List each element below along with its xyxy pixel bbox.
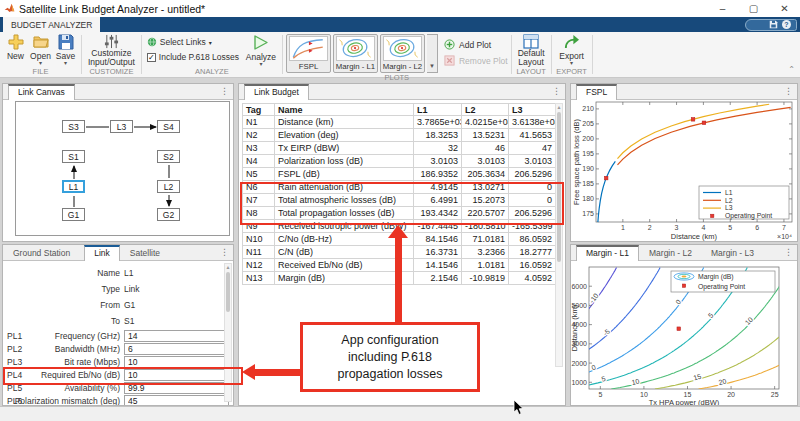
canvas-node-S3[interactable]: S3 [62,120,85,133]
column-header-name[interactable]: Name [275,104,414,116]
group-caption-customize: CUSTOMIZE [85,67,138,77]
include-p618-checkbox-row[interactable]: ✓ Include P.618 Losses [147,52,239,62]
field-input-pl4[interactable] [124,369,229,381]
select-links-button[interactable]: Select Links▾ [147,37,239,47]
field-input-pl5[interactable] [124,382,229,394]
panel-menu-icon[interactable]: ⋮ [220,247,229,257]
cell-value-l3: 47 [509,142,556,155]
table-row-n8[interactable]: N8Total propagation losses (dB)193.43422… [243,207,556,220]
table-row-n5[interactable]: N5FSPL (dB)186.9352205.3634206.5296 [243,168,556,181]
canvas-node-S1[interactable]: S1 [62,150,85,163]
column-header-l1[interactable]: L1 [414,104,462,116]
column-header-l3[interactable]: L3 [509,104,556,116]
collapse-ribbon-icon[interactable]: ⌃ [788,65,795,74]
column-header-l2[interactable]: L2 [462,104,509,116]
select-links-dropdown-arrow[interactable]: ▾ [209,39,212,46]
gallery-fspl-button[interactable]: FSPL [286,34,331,73]
table-row-n7[interactable]: N7Total atmospheric losses (dB)6.499115.… [243,194,556,207]
canvas-node-S2[interactable]: S2 [157,150,180,163]
save-dropdown-arrow[interactable]: ▾ [64,61,67,66]
field-input-pl2[interactable] [124,343,229,355]
cell-name: Received Eb/No (dB) [275,259,414,272]
link-budget-header: Link Budget ⋮ [239,84,565,100]
new-button[interactable]: New [3,34,28,61]
svg-text:200: 200 [582,135,594,142]
cell-value-l2: 3.0103 [462,155,509,168]
group-analyze: Select Links▾ ✓ Include P.618 Losses Ana… [145,32,279,77]
export-button[interactable]: Export ▾ [555,34,589,66]
margin-contour-chart[interactable]: -10-500551010152051015202510002000300040… [571,261,797,405]
canvas-node-L2[interactable]: L2 [157,180,180,193]
properties-scrollbar[interactable]: ▲ [224,263,232,402]
maximize-button[interactable]: ▢ [738,0,769,17]
table-row-n4[interactable]: N4Polarization loss (dB)3.01033.01033.01… [243,155,556,168]
property-field-row-pl1: PL1Frequency (GHz) [3,330,227,343]
budget-scrollbar[interactable]: ▲ [555,103,563,367]
tab-link-canvas[interactable]: Link Canvas [8,84,75,100]
separator [81,35,82,74]
tab-margin-l1[interactable]: Margin - L1 [576,245,639,261]
gallery-margin-l2-button[interactable]: Margin - L2 [380,34,425,73]
cell-tag: N3 [243,142,275,155]
link-canvas-diagram[interactable]: S3L3S4S1S2L1L2G1G2 [15,101,230,236]
panel-menu-icon[interactable]: ⋮ [552,86,561,96]
table-row-n3[interactable]: N3Tx EIRP (dBW)324647 [243,142,556,155]
canvas-node-L1[interactable]: L1 [62,180,85,193]
scrollbar-thumb[interactable] [226,272,230,312]
cell-name: Total propagation losses (dB) [275,207,414,220]
open-button[interactable]: Open ▾ [28,34,53,66]
canvas-node-G2[interactable]: G2 [157,208,180,221]
tab-satellite[interactable]: Satellite [121,245,169,261]
cell-value-l3: 4.0592 [509,272,556,285]
field-input-pl6[interactable] [124,395,229,406]
tab-margin-l3[interactable]: Margin - L3 [702,245,763,261]
fspl-chart[interactable]: 1234567175180185190195200205210Distance … [571,100,797,241]
table-header-row: TagNameL1L2L3 [243,104,556,116]
svg-text:Operating Point: Operating Point [725,212,772,220]
field-input-pl3[interactable] [124,356,229,368]
group-layout: Default Layout LAYOUT [515,32,548,77]
customize-input-output-button[interactable]: Customize Input/Output [85,34,138,67]
cell-tag: N4 [243,155,275,168]
cell-value-l2: 220.5707 [462,207,509,220]
export-dropdown-arrow[interactable]: ▾ [570,61,573,66]
add-plot-button[interactable]: Add Plot [444,39,508,50]
analyze-button[interactable]: Analyze ▾ [243,34,279,67]
include-p618-checkbox[interactable]: ✓ [147,53,156,62]
canvas-node-G1[interactable]: G1 [62,208,85,221]
default-layout-button[interactable]: Default Layout [515,34,548,67]
tab-link[interactable]: Link [84,245,120,261]
table-row-n1[interactable]: N1Distance (km)3.7865e+034.0215e+043.613… [243,116,556,129]
tab-budget-analyzer[interactable]: BUDGET ANALYZER [3,17,100,32]
save-quick-icon[interactable] [769,20,778,29]
tab-fspl[interactable]: FSPL [576,84,617,100]
gallery-dropdown-button[interactable]: ▼ [427,34,438,73]
panel-menu-icon[interactable]: ⋮ [784,86,793,96]
tab-ground-station[interactable]: Ground Station [4,245,79,261]
scrollbar-thumb[interactable] [557,112,561,262]
cell-name: C/N (dB) [275,246,414,259]
group-customize: Customize Input/Output CUSTOMIZE [85,32,138,77]
help-icon[interactable]: ? [782,20,791,29]
margin-legend[interactable]: Margin (dB)Operating Point [671,271,775,292]
minimize-button[interactable]: – [707,0,738,17]
svg-text:10: 10 [640,391,648,398]
quick-access-toolbar: ? [745,19,797,31]
tab-margin-l2[interactable]: Margin - L2 [640,245,701,261]
table-row-n6[interactable]: N6Rain attenuation (dB)4.914513.02710 [243,181,556,194]
panel-menu-icon[interactable]: ⋮ [220,86,229,96]
table-row-n2[interactable]: N2Elevation (deg)18.325313.523141.5653 [243,129,556,142]
field-input-pl1[interactable] [124,330,229,342]
panel-menu-icon[interactable]: ⋮ [784,247,793,257]
tab-link-budget[interactable]: Link Budget [244,84,309,100]
canvas-node-S4[interactable]: S4 [157,120,180,133]
column-header-tag[interactable]: Tag [243,104,275,116]
fspl-legend[interactable]: L1L2L3Operating Point [699,186,789,220]
cell-value-l2: -10.9819 [462,272,509,285]
canvas-node-L3[interactable]: L3 [110,120,133,133]
save-button[interactable]: Save ▾ [53,34,78,66]
gallery-margin-l1-button[interactable]: Margin - L1 [333,34,378,73]
group-caption-plots: PLOTS [286,73,508,83]
open-dropdown-arrow[interactable]: ▾ [39,61,42,66]
close-button[interactable]: ✕ [769,0,800,17]
